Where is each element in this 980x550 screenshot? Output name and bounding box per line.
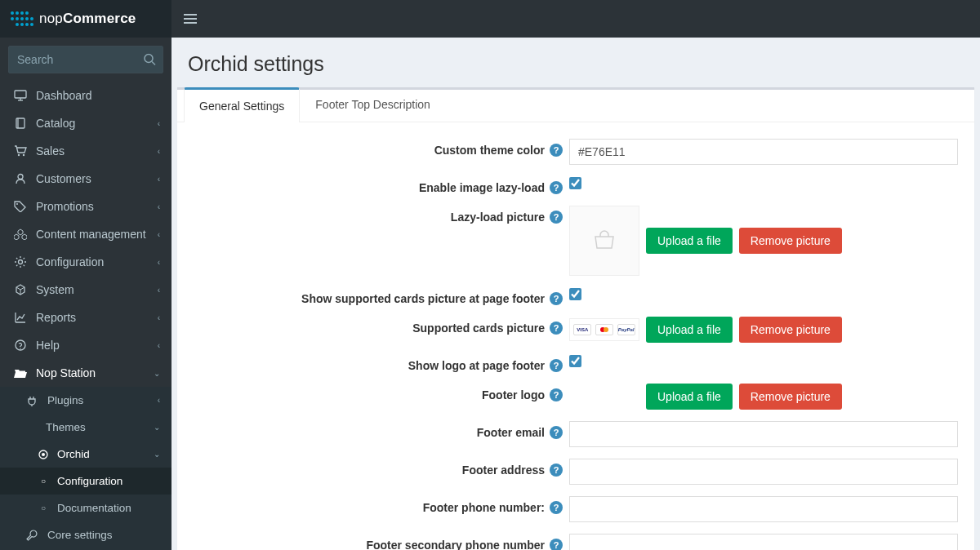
- upload-logo-button[interactable]: Upload a file: [646, 384, 733, 410]
- chevron-left-icon: ‹: [158, 230, 160, 239]
- svg-point-11: [25, 23, 29, 26]
- svg-point-27: [19, 260, 23, 264]
- nav-nop-station[interactable]: Nop Station ⌄: [0, 359, 172, 387]
- tab-general-settings[interactable]: General Settings: [184, 87, 300, 122]
- cube-icon: [11, 284, 29, 295]
- svg-point-9: [16, 23, 19, 26]
- svg-point-31: [42, 453, 45, 456]
- menu-toggle-button[interactable]: [172, 0, 209, 38]
- chevron-left-icon: ‹: [158, 258, 160, 267]
- remove-cards-button[interactable]: Remove picture: [739, 317, 842, 343]
- nav-orchid-documentation[interactable]: ○ Documentation: [0, 495, 172, 521]
- help-icon[interactable]: ?: [550, 426, 563, 439]
- nav-label: Catalog: [36, 117, 158, 130]
- nav-core-settings[interactable]: Core settings: [0, 521, 172, 548]
- settings-panel: General Settings Footer Top Description …: [177, 87, 974, 550]
- cart-icon: [11, 145, 29, 157]
- nav-themes[interactable]: Themes ⌄: [0, 414, 172, 441]
- book-icon: [11, 118, 29, 129]
- nav-label: Help: [36, 339, 158, 352]
- nav-orchid-configuration[interactable]: ○ Configuration: [0, 468, 172, 495]
- lazy-picture-preview: [569, 206, 639, 276]
- nav-content-management[interactable]: Content management ‹: [0, 220, 172, 248]
- nav-label: Customers: [36, 172, 158, 185]
- footer-email-input[interactable]: [569, 421, 958, 447]
- upload-cards-button[interactable]: Upload a file: [646, 317, 733, 343]
- help-icon[interactable]: ?: [550, 292, 563, 305]
- user-icon: [11, 173, 29, 184]
- search-input-wrap[interactable]: [8, 46, 163, 73]
- tab-footer-top-description[interactable]: Footer Top Description: [300, 87, 446, 122]
- help-icon[interactable]: ?: [550, 211, 563, 224]
- show-logo-checkbox[interactable]: [569, 355, 581, 367]
- topbar: nopCommerce: [0, 0, 980, 38]
- chevron-down-icon: ⌄: [154, 423, 160, 432]
- nav-dashboard[interactable]: Dashboard: [0, 82, 172, 109]
- radio-icon: [34, 450, 52, 459]
- chevron-left-icon: ‹: [158, 286, 160, 295]
- svg-point-8: [30, 17, 33, 20]
- help-icon[interactable]: ?: [550, 144, 563, 157]
- help-icon[interactable]: ?: [550, 388, 563, 401]
- chevron-down-icon: ⌄: [154, 369, 160, 378]
- logo-icon: [10, 11, 34, 27]
- circle-icon: ○: [34, 503, 52, 512]
- help-icon[interactable]: ?: [550, 501, 563, 514]
- label-lazy-picture: Lazy-load picture: [451, 211, 545, 224]
- nav-catalog[interactable]: Catalog ‹: [0, 109, 172, 137]
- help-icon[interactable]: ?: [550, 464, 563, 477]
- search-input[interactable]: [9, 47, 163, 73]
- help-icon[interactable]: ?: [550, 181, 563, 194]
- footer-address-input[interactable]: [569, 459, 958, 485]
- nav-customers[interactable]: Customers ‹: [0, 165, 172, 193]
- cubes-icon: [11, 228, 29, 240]
- nav-reports[interactable]: Reports ‹: [0, 304, 172, 331]
- svg-rect-18: [15, 91, 26, 98]
- nav-label: Configuration: [36, 255, 158, 268]
- folder-open-icon: [11, 368, 29, 379]
- content-area: Orchid settings General Settings Footer …: [172, 38, 980, 550]
- svg-point-29: [20, 348, 20, 348]
- nav-sales[interactable]: Sales ‹: [0, 137, 172, 165]
- label-show-logo: Show logo at page footer: [408, 359, 545, 372]
- nav-system[interactable]: System ‹: [0, 276, 172, 304]
- svg-point-4: [11, 17, 14, 20]
- nav-label: Promotions: [36, 200, 158, 213]
- brand-text: nopCommerce: [39, 11, 136, 27]
- svg-point-25: [18, 175, 23, 180]
- show-cards-checkbox[interactable]: [569, 288, 581, 300]
- question-icon: [11, 339, 29, 351]
- search-icon: [144, 54, 156, 66]
- sidebar: Dashboard Catalog ‹ Sales ‹ Customers ‹ …: [0, 38, 172, 550]
- svg-point-26: [16, 203, 18, 205]
- nav-label: Nop Station: [36, 366, 154, 379]
- upload-lazy-picture-button[interactable]: Upload a file: [646, 228, 733, 254]
- nav-plugins[interactable]: Plugins ‹: [0, 387, 172, 414]
- paypal-icon: PayPal: [617, 324, 635, 335]
- chart-icon: [11, 312, 29, 323]
- nav-orchid[interactable]: Orchid ⌄: [0, 441, 172, 468]
- mastercard-icon: [595, 324, 613, 335]
- label-footer-phone2: Footer secondary phone number: [366, 539, 545, 550]
- help-icon[interactable]: ?: [550, 322, 563, 335]
- svg-point-24: [23, 154, 24, 156]
- svg-point-7: [25, 17, 29, 20]
- help-icon[interactable]: ?: [550, 359, 563, 372]
- chevron-left-icon: ‹: [158, 147, 160, 156]
- desktop-icon: [11, 90, 29, 101]
- lazy-load-checkbox[interactable]: [569, 177, 581, 189]
- custom-color-input[interactable]: [569, 139, 958, 165]
- nav-configuration[interactable]: Configuration ‹: [0, 248, 172, 276]
- label-custom-color: Custom theme color: [434, 144, 545, 157]
- brand-logo[interactable]: nopCommerce: [0, 0, 172, 38]
- remove-logo-button[interactable]: Remove picture: [739, 384, 842, 410]
- footer-phone2-input[interactable]: [569, 534, 958, 550]
- nav-label: Sales: [36, 144, 158, 157]
- remove-lazy-picture-button[interactable]: Remove picture: [739, 228, 842, 254]
- footer-phone-input[interactable]: [569, 496, 958, 522]
- nav-help[interactable]: Help ‹: [0, 331, 172, 359]
- help-icon[interactable]: ?: [550, 539, 563, 550]
- wrench-icon: [23, 530, 41, 541]
- nav-promotions[interactable]: Promotions ‹: [0, 193, 172, 220]
- nav-label: Core settings: [47, 529, 160, 541]
